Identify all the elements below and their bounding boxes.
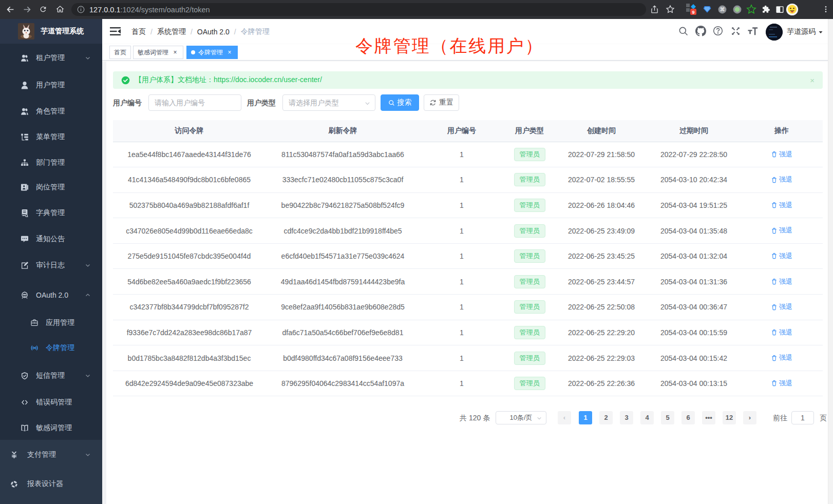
svg-text:9: 9 bbox=[692, 10, 694, 15]
svg-text:⌘: ⌘ bbox=[720, 7, 725, 12]
